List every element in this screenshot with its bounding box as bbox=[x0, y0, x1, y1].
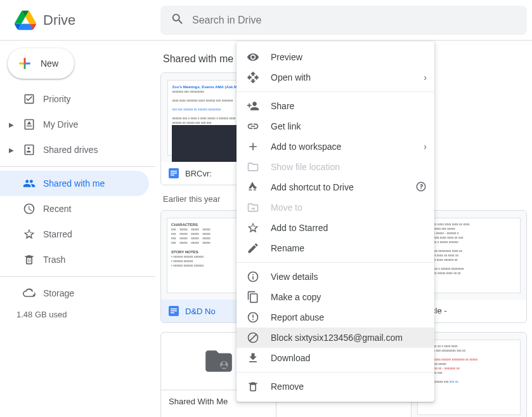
person-add-icon bbox=[247, 100, 259, 112]
svg-rect-5 bbox=[171, 308, 177, 310]
download-icon bbox=[247, 352, 259, 364]
svg-rect-3 bbox=[171, 175, 174, 176]
menu-preview[interactable]: Preview bbox=[237, 47, 434, 67]
nav-label: My Drive bbox=[43, 119, 78, 129]
star-icon bbox=[247, 222, 259, 234]
svg-rect-2 bbox=[171, 173, 177, 174]
check-circle-icon bbox=[22, 93, 37, 105]
shared-drives-icon bbox=[22, 143, 37, 156]
menu-reportabuse[interactable]: Report abuse bbox=[237, 307, 434, 328]
header: Drive bbox=[0, 0, 532, 41]
docs-icon bbox=[169, 306, 179, 316]
search-icon bbox=[171, 12, 185, 28]
folder-icon bbox=[247, 161, 259, 173]
new-button[interactable]: New bbox=[8, 48, 74, 79]
menu-label: Rename bbox=[271, 243, 304, 253]
nav-label: Trash bbox=[43, 255, 65, 265]
menu-addstarred[interactable]: Add to Starred bbox=[237, 218, 434, 238]
menu-label: Show file location bbox=[271, 162, 340, 172]
menu-download[interactable]: Download bbox=[237, 348, 434, 368]
trash-icon bbox=[247, 380, 259, 393]
sidebar-item-shareddrives[interactable]: ▶ Shared drives bbox=[0, 137, 149, 162]
open-with-icon bbox=[247, 71, 259, 84]
product-name: Drive bbox=[43, 12, 75, 29]
alert-icon bbox=[247, 311, 259, 324]
menu-openwith[interactable]: Open with › bbox=[237, 67, 434, 88]
menu-addworkspace[interactable]: Add to workspace › bbox=[237, 136, 434, 157]
block-icon bbox=[247, 331, 259, 344]
menu-label: Add shortcut to Drive bbox=[271, 182, 354, 192]
menu-label: Add to workspace bbox=[271, 142, 341, 152]
menu-showlocation: Show file location bbox=[237, 157, 434, 177]
nav-label: Shared drives bbox=[43, 145, 98, 155]
menu-block[interactable]: Block sixtysix123456@gmail.com bbox=[237, 328, 434, 348]
star-icon bbox=[22, 228, 37, 241]
menu-label: Move to bbox=[271, 202, 302, 213]
cloud-icon bbox=[22, 287, 37, 300]
menu-remove[interactable]: Remove bbox=[237, 376, 434, 397]
sidebar-item-priority[interactable]: Priority bbox=[0, 86, 149, 112]
help-icon[interactable] bbox=[415, 181, 427, 194]
menu-label: Add to Starred bbox=[271, 223, 328, 233]
menu-label: Remove bbox=[271, 381, 304, 392]
expand-icon[interactable]: ▶ bbox=[8, 121, 15, 128]
eye-icon bbox=[247, 51, 259, 63]
menu-viewdetails[interactable]: View details bbox=[237, 267, 434, 287]
svg-point-9 bbox=[223, 362, 226, 365]
menu-label: View details bbox=[271, 272, 318, 282]
menu-label: Make a copy bbox=[271, 292, 321, 302]
menu-addshortcut[interactable]: Add shortcut to Drive bbox=[237, 177, 434, 197]
storage-used: 1.48 GB used bbox=[0, 310, 155, 319]
sidebar-item-trash[interactable]: Trash bbox=[0, 247, 149, 272]
logo-area[interactable]: Drive bbox=[5, 8, 160, 33]
search-input[interactable] bbox=[192, 15, 517, 26]
drive-icon bbox=[22, 118, 37, 131]
menu-label: Get link bbox=[271, 121, 301, 131]
drive-add-icon bbox=[247, 181, 259, 194]
nav-label: Priority bbox=[43, 94, 71, 104]
drive-logo-icon bbox=[13, 8, 38, 33]
menu-label: Block sixtysix123456@gmail.com bbox=[271, 333, 403, 343]
people-icon bbox=[22, 177, 37, 190]
sidebar: New Priority ▶ My Drive ▶ Shared drives … bbox=[0, 41, 155, 417]
sidebar-item-recent[interactable]: Recent bbox=[0, 196, 149, 222]
new-button-label: New bbox=[41, 58, 58, 69]
menu-getlink[interactable]: Get link bbox=[237, 116, 434, 136]
chevron-right-icon: › bbox=[424, 72, 427, 83]
expand-icon[interactable]: ▶ bbox=[8, 147, 15, 154]
menu-label: Preview bbox=[271, 52, 302, 62]
menu-label: Open with bbox=[271, 72, 311, 83]
nav-label: Starred bbox=[43, 229, 72, 239]
move-icon bbox=[247, 201, 259, 214]
info-icon bbox=[247, 270, 259, 283]
svg-rect-7 bbox=[171, 312, 174, 314]
chevron-right-icon: › bbox=[424, 142, 427, 152]
menu-label: Download bbox=[271, 353, 310, 363]
sidebar-item-starred[interactable]: Starred bbox=[0, 222, 149, 247]
nav-label: Recent bbox=[43, 204, 71, 214]
file-title: BRCvr: bbox=[185, 169, 212, 178]
menu-moveto: Move to bbox=[237, 197, 434, 218]
link-icon bbox=[247, 120, 259, 133]
nav-label: Shared with me bbox=[43, 178, 105, 189]
menu-label: Share bbox=[271, 101, 294, 111]
trash-icon bbox=[22, 253, 37, 266]
clock-icon bbox=[22, 202, 37, 215]
file-title: D&D No bbox=[185, 307, 216, 316]
plus-icon bbox=[247, 140, 259, 153]
menu-share[interactable]: Share bbox=[237, 96, 434, 116]
menu-rename[interactable]: Rename bbox=[237, 238, 434, 258]
pencil-icon bbox=[247, 242, 259, 255]
search-bar[interactable] bbox=[160, 6, 527, 35]
sidebar-item-storage[interactable]: Storage bbox=[0, 281, 149, 306]
copy-icon bbox=[247, 291, 259, 303]
sidebar-item-mydrive[interactable]: ▶ My Drive bbox=[0, 112, 149, 137]
menu-makecopy[interactable]: Make a copy bbox=[237, 287, 434, 307]
svg-rect-6 bbox=[171, 310, 177, 312]
menu-label: Report abuse bbox=[271, 312, 324, 322]
sidebar-item-sharedwithme[interactable]: Shared with me bbox=[0, 171, 149, 196]
context-menu: Preview Open with › Share Get link Add t… bbox=[237, 42, 434, 402]
svg-rect-1 bbox=[171, 171, 177, 172]
nav-label: Storage bbox=[43, 288, 74, 298]
docs-icon bbox=[169, 168, 179, 178]
